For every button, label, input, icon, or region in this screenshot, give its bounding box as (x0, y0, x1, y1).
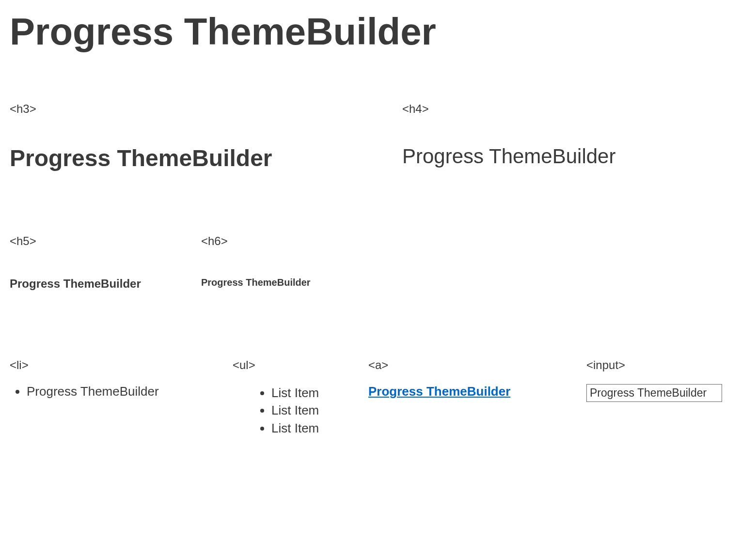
row-li-ul-a-input: <li> Progress ThemeBuilder <ul> List Ite… (10, 358, 746, 437)
sample-link[interactable]: Progress ThemeBuilder (368, 384, 510, 399)
sample-h3: Progress ThemeBuilder (10, 145, 402, 171)
tag-label-input: <input> (586, 358, 746, 372)
list-item: List Item (271, 419, 368, 437)
tag-label-h5: <h5> (10, 234, 201, 248)
tag-label-h3: <h3> (10, 102, 402, 116)
sample-input[interactable] (586, 384, 722, 402)
tag-label-ul: <ul> (233, 358, 368, 372)
tag-label-li: <li> (10, 358, 233, 372)
section-h5: <h5> Progress ThemeBuilder (10, 234, 201, 291)
section-li: <li> Progress ThemeBuilder (10, 358, 233, 437)
sample-h4: Progress ThemeBuilder (402, 145, 746, 168)
tag-label-a: <a> (368, 358, 586, 372)
row-h3-h4: <h3> Progress ThemeBuilder <h4> Progress… (10, 102, 746, 171)
section-input: <input> (586, 358, 746, 437)
section-h3: <h3> Progress ThemeBuilder (10, 102, 402, 171)
section-a: <a> Progress ThemeBuilder (368, 358, 586, 437)
sample-li: Progress ThemeBuilder (27, 384, 233, 399)
sample-h6: Progress ThemeBuilder (201, 277, 746, 288)
sample-h5: Progress ThemeBuilder (10, 277, 201, 291)
page-title: Progress ThemeBuilder (10, 10, 746, 54)
sample-ul: List Item List Item List Item (271, 384, 368, 437)
section-h6: <h6> Progress ThemeBuilder (201, 234, 746, 291)
tag-label-h6: <h6> (201, 234, 746, 248)
section-h4: <h4> Progress ThemeBuilder (402, 102, 746, 171)
list-item: List Item (271, 384, 368, 401)
section-ul: <ul> List Item List Item List Item (233, 358, 368, 437)
row-h5-h6: <h5> Progress ThemeBuilder <h6> Progress… (10, 234, 746, 291)
tag-label-h4: <h4> (402, 102, 746, 116)
list-item: List Item (271, 401, 368, 419)
